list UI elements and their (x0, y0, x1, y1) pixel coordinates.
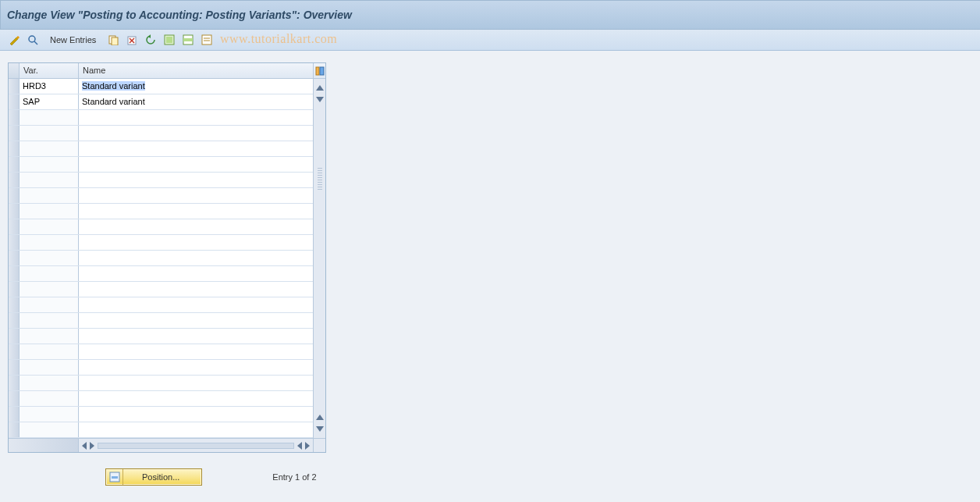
row-selector[interactable] (9, 94, 20, 109)
table-row-empty[interactable] (9, 110, 313, 126)
cell-name[interactable] (79, 360, 313, 375)
cell-name[interactable] (79, 157, 313, 172)
cell-name[interactable] (79, 219, 313, 234)
row-selector[interactable] (9, 126, 20, 141)
cell-var[interactable] (20, 235, 79, 250)
vertical-scrollbar[interactable] (313, 79, 325, 438)
row-selector[interactable] (9, 188, 20, 203)
cell-name[interactable] (79, 282, 313, 297)
cell-name[interactable] (79, 313, 313, 328)
table-row-empty[interactable] (9, 173, 313, 188)
cell-var[interactable]: HRD3 (20, 79, 79, 94)
row-selector[interactable] (9, 297, 20, 312)
cell-name[interactable] (79, 407, 313, 422)
cell-var[interactable] (20, 297, 79, 312)
cell-name[interactable] (79, 344, 313, 359)
cell-var[interactable] (20, 422, 79, 437)
row-selector[interactable] (9, 157, 20, 172)
copy-as-icon[interactable] (106, 33, 120, 47)
hscroll-track[interactable] (98, 443, 294, 449)
row-selector[interactable] (9, 376, 20, 390)
scroll-right-icon[interactable] (90, 442, 94, 450)
table-row-empty[interactable] (9, 141, 313, 157)
cell-var[interactable]: SAP (20, 94, 79, 109)
select-block-icon[interactable] (181, 33, 195, 47)
cell-var[interactable] (20, 313, 79, 328)
table-row[interactable]: SAPStandard variant (9, 94, 313, 110)
cell-var[interactable] (20, 219, 79, 234)
table-row-empty[interactable] (9, 344, 313, 360)
toggle-display-change-icon[interactable] (7, 33, 21, 47)
table-row-empty[interactable] (9, 235, 313, 251)
row-selector[interactable] (9, 407, 20, 422)
select-all-icon[interactable] (162, 33, 176, 47)
row-selector[interactable] (9, 204, 20, 219)
table-row-empty[interactable] (9, 360, 313, 376)
scroll-right-end-icon[interactable] (305, 442, 310, 450)
row-selector[interactable] (9, 391, 20, 406)
table-row-empty[interactable] (9, 251, 313, 266)
column-header-name[interactable]: Name (79, 63, 313, 78)
table-row-empty[interactable] (9, 188, 313, 204)
find-icon[interactable] (26, 33, 40, 47)
cell-var[interactable] (20, 282, 79, 297)
deselect-all-icon[interactable] (200, 33, 214, 47)
table-row-empty[interactable] (9, 407, 313, 422)
scroll-down-bottom-icon[interactable] (316, 426, 324, 432)
table-row-empty[interactable] (9, 391, 313, 407)
row-selector[interactable] (9, 313, 20, 328)
cell-name[interactable]: Standard variant (79, 79, 313, 94)
cell-name[interactable] (79, 126, 313, 141)
row-selector[interactable] (9, 344, 20, 359)
cell-var[interactable] (20, 391, 79, 406)
table-row-empty[interactable] (9, 266, 313, 282)
cell-var[interactable] (20, 110, 79, 125)
cell-var[interactable] (20, 376, 79, 390)
cell-var[interactable] (20, 329, 79, 344)
cell-name[interactable] (79, 251, 313, 265)
table-row-empty[interactable] (9, 376, 313, 391)
cell-name[interactable] (79, 391, 313, 406)
row-selector[interactable] (9, 360, 20, 375)
row-selector[interactable] (9, 141, 20, 156)
new-entries-button[interactable]: New Entries (45, 34, 101, 46)
table-row-empty[interactable] (9, 204, 313, 219)
cell-var[interactable] (20, 360, 79, 375)
cell-var[interactable] (20, 173, 79, 187)
cell-name[interactable] (79, 110, 313, 125)
table-row-empty[interactable] (9, 126, 313, 141)
row-selector[interactable] (9, 266, 20, 281)
scroll-left-icon[interactable] (82, 442, 87, 450)
delete-icon[interactable] (125, 33, 139, 47)
table-row-empty[interactable] (9, 329, 313, 344)
cell-name[interactable] (79, 329, 313, 344)
position-button[interactable]: Position... (105, 468, 202, 486)
scroll-grip[interactable] (318, 168, 322, 191)
table-row-empty[interactable] (9, 157, 313, 173)
cell-var[interactable] (20, 126, 79, 141)
cell-var[interactable] (20, 344, 79, 359)
undo-change-icon[interactable] (144, 33, 158, 47)
scroll-up-bottom-icon[interactable] (316, 415, 324, 420)
cell-var[interactable] (20, 251, 79, 265)
cell-var[interactable] (20, 266, 79, 281)
row-selector[interactable] (9, 219, 20, 234)
scroll-left-end-icon[interactable] (297, 442, 302, 450)
row-selector[interactable] (9, 173, 20, 187)
table-row-empty[interactable] (9, 282, 313, 297)
table-row[interactable]: HRD3Standard variant (9, 79, 313, 94)
cell-name[interactable] (79, 188, 313, 203)
column-header-select[interactable] (9, 63, 20, 78)
cell-name[interactable] (79, 141, 313, 156)
row-selector[interactable] (9, 422, 20, 437)
table-row-empty[interactable] (9, 313, 313, 329)
cell-var[interactable] (20, 407, 79, 422)
cell-var[interactable] (20, 141, 79, 156)
cell-name[interactable] (79, 204, 313, 219)
row-selector[interactable] (9, 251, 20, 265)
table-row-empty[interactable] (9, 297, 313, 313)
row-selector[interactable] (9, 110, 20, 125)
scroll-down-icon[interactable] (316, 97, 324, 102)
cell-var[interactable] (20, 157, 79, 172)
table-row-empty[interactable] (9, 219, 313, 235)
